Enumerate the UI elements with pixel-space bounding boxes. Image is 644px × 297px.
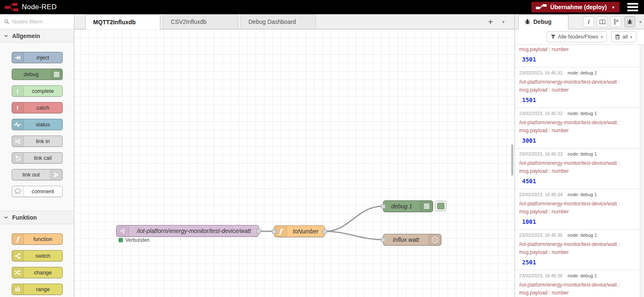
tab-mqtt2influxdb[interactable]: MQTT2Influxdb [85, 14, 160, 29]
search-icon [4, 19, 9, 24]
main-menu-button[interactable] [627, 3, 638, 11]
debug-enable-toggle[interactable] [435, 201, 446, 211]
palette-node-label: switch [24, 251, 62, 261]
debug-topic: /iot-platform/energy-monitor/test-device… [519, 159, 640, 167]
palette-node-function[interactable]: ƒfunction [12, 233, 63, 245]
flow-node-debug[interactable]: debug 1 [383, 200, 433, 212]
palette-node-label: range [24, 284, 62, 294]
influx-input-port[interactable] [381, 238, 385, 242]
palette-node-inject[interactable]: inject [12, 52, 63, 63]
palette-node-link-call[interactable]: link call [12, 152, 63, 164]
tab-debug[interactable]: Debug [518, 14, 568, 29]
sidebar-options-caret-icon[interactable]: ▾ [638, 19, 641, 25]
palette-node-change[interactable]: change [12, 267, 63, 278]
inject-icon [12, 52, 24, 63]
debug-list-icon [420, 201, 433, 212]
deploy-caret-icon[interactable]: ▾ [611, 5, 614, 10]
palette-section-label: Allgemein [12, 33, 40, 39]
palette-node-status[interactable]: status [12, 119, 63, 130]
tab-csv2influxdb[interactable]: CSV2Influxdb [163, 14, 238, 29]
function-output-port[interactable] [322, 229, 327, 234]
palette-node-comment[interactable]: comment [12, 186, 63, 197]
node-label: debug 1 [383, 201, 420, 212]
debug-payload-label: msg.payload : number [519, 208, 640, 216]
wire-function-to-influx[interactable] [325, 231, 383, 240]
status-text: Verbunden [125, 237, 150, 243]
debug-message[interactable]: 23/02/2023, 16:45:31node: debug 1/iot-pl… [515, 67, 640, 108]
palette-node-switch[interactable]: switch [12, 250, 63, 261]
chevron-down-icon: ▾ [601, 35, 603, 39]
tab-label: MQTT2Influxdb [93, 19, 136, 26]
node-palette: Allgemeininjectdebug!complete!catchstatu… [0, 14, 74, 297]
debug-timestamp: 23/02/2023, 16:45:36 [519, 273, 563, 278]
debug-payload-value: 4501 [519, 175, 640, 187]
trash-icon [615, 34, 620, 39]
link-call-icon [12, 153, 24, 163]
deploy-label: Übernahme (deploy) [550, 4, 607, 10]
mqtt-output-port[interactable] [256, 229, 261, 233]
palette-node-complete[interactable]: !complete [12, 85, 63, 97]
book-tool-button[interactable] [597, 16, 608, 27]
debug-message[interactable]: 23/02/2023, 16:45:32node: debug 1/iot-pl… [515, 108, 640, 148]
flow-node-influxdb-out[interactable]: Influx watt [383, 234, 441, 246]
function-input-port[interactable] [272, 229, 276, 234]
wire-function-to-debug[interactable] [325, 206, 383, 231]
debug-topic: /iot-platform/energy-monitor/test-device… [519, 118, 640, 127]
palette-node-label: change [24, 267, 62, 278]
git-branch-tool-button[interactable] [611, 16, 621, 27]
debug-scrollbar-track[interactable] [640, 45, 644, 297]
palette-node-debug[interactable]: debug [12, 69, 63, 80]
canvas-scrollbar-thumb[interactable] [511, 144, 513, 176]
debug-input-port[interactable] [381, 204, 385, 209]
palette-node-label: link call [24, 153, 62, 163]
debug-message[interactable]: 23/02/2023, 16:45:33node: debug 1/iot-pl… [515, 148, 640, 189]
flow-node-mqtt-in[interactable]: /iot-platform/energy-monitor/test-device… [116, 225, 259, 237]
debug-message[interactable]: 23/02/2023, 16:45:34node: debug 1/iot-pl… [515, 189, 640, 230]
book-icon [599, 19, 606, 25]
catch-icon: ! [12, 102, 24, 113]
palette-search-input[interactable] [12, 18, 66, 25]
debug-message-meta: 23/02/2023, 16:45:35node: debug 1 [519, 232, 640, 238]
palette-node-link-out[interactable]: link out [12, 169, 63, 180]
info-icon: i [588, 18, 589, 26]
influxdb-icon [428, 234, 441, 245]
flow-list-caret-icon[interactable]: ▾ [502, 19, 505, 25]
debug-clear-button[interactable]: all ▾ [611, 31, 636, 42]
tab-debug-dashboard[interactable]: Debug Dashboard [241, 14, 316, 29]
debug-scope-filter-button[interactable]: Alle Nodes/Flows ▾ [547, 31, 607, 42]
palette-node-label: inject [24, 52, 62, 63]
info-tool-button[interactable]: i [583, 16, 594, 27]
add-flow-button[interactable]: + [488, 18, 493, 26]
change-icon [12, 267, 24, 278]
workspace-panel: MQTT2InfluxdbCSV2InfluxdbDebug Dashboard… [74, 14, 515, 297]
debug-timestamp: 23/02/2023, 16:45:32 [519, 111, 563, 116]
app-title: Node-RED [22, 3, 57, 11]
palette-node-label: debug [12, 69, 51, 79]
palette-search[interactable] [0, 14, 74, 29]
palette-node-range[interactable]: range [12, 284, 63, 295]
debug-node-ref: node: debug 1 [568, 233, 597, 238]
switch-icon [12, 251, 24, 261]
debug-message-list[interactable]: msg.payload : number350123/02/2023, 16:4… [515, 45, 640, 297]
flow-node-function[interactable]: ƒ toNumber [274, 225, 325, 237]
palette-section-funktion[interactable]: Funktion [0, 211, 74, 224]
debug-payload-label: msg.payload : number [519, 248, 640, 256]
palette-node-link-in[interactable]: link in [12, 136, 63, 147]
function-icon: ƒ [12, 234, 24, 244]
palette-node-catch[interactable]: !catch [12, 102, 63, 113]
debug-payload-label: msg.payload : number [519, 86, 640, 94]
palette-sections: Allgemeininjectdebug!complete!catchstatu… [0, 29, 74, 297]
bug-tool-button[interactable] [624, 16, 635, 27]
deploy-button[interactable]: Übernahme (deploy) ▾ [531, 2, 620, 13]
clear-filter-label: all [622, 34, 628, 40]
debug-message[interactable]: msg.payload : number3501 [515, 45, 640, 67]
debug-message[interactable]: 23/02/2023, 16:45:36node: debug 1/iot-pl… [515, 270, 640, 297]
debug-message-meta: 23/02/2023, 16:45:36node: debug 1 [519, 273, 640, 279]
canvas-vertical-scrollbar[interactable] [511, 29, 513, 297]
bug-icon [525, 19, 530, 25]
palette-node-list: injectdebug!complete!catchstatuslink inl… [0, 43, 74, 211]
debug-payload-label: msg.payload : number [519, 46, 640, 54]
flow-canvas[interactable]: /iot-platform/energy-monitor/test-device… [74, 29, 515, 297]
debug-message[interactable]: 23/02/2023, 16:45:35node: debug 1/iot-pl… [515, 230, 640, 270]
palette-section-allgemein[interactable]: Allgemein [0, 29, 74, 43]
